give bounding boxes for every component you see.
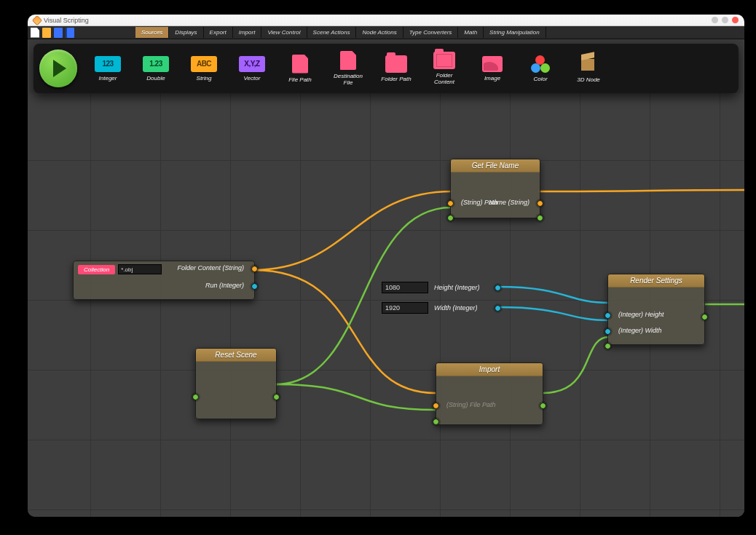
double-chip-icon: 1.23 bbox=[143, 56, 169, 72]
port-out-height[interactable] bbox=[495, 285, 501, 291]
node-header: Render Settings bbox=[608, 274, 704, 288]
save-as-icon[interactable] bbox=[66, 28, 74, 38]
wire-int-width bbox=[498, 307, 609, 320]
port-label: Folder Content (String) bbox=[177, 264, 244, 272]
wire-str-getfilename-out bbox=[539, 190, 744, 191]
open-file-icon[interactable] bbox=[42, 28, 51, 38]
tab-math[interactable]: Math bbox=[458, 27, 484, 38]
port-in-run[interactable] bbox=[433, 419, 439, 425]
palette-double[interactable]: 1.23 Double bbox=[138, 56, 173, 82]
tab-node-actions[interactable]: Node Actions bbox=[356, 27, 403, 38]
node-header: Reset Scene bbox=[196, 349, 276, 362]
run-button[interactable] bbox=[39, 49, 77, 87]
new-file-icon[interactable] bbox=[31, 28, 39, 38]
tab-type-converters[interactable]: Type Converters bbox=[403, 27, 459, 38]
width-input[interactable] bbox=[382, 302, 428, 314]
window-maximize[interactable] bbox=[722, 17, 728, 23]
port-in-height[interactable] bbox=[605, 312, 611, 319]
value-width[interactable]: Width (Integer) bbox=[382, 301, 498, 314]
titlebar: Visual Scripting bbox=[28, 15, 744, 26]
tab-scene-actions[interactable]: Scene Actions bbox=[307, 27, 357, 38]
port-label: (Integer) Height bbox=[618, 311, 664, 318]
port-out-width[interactable] bbox=[495, 305, 501, 312]
tab-displays[interactable]: Displays bbox=[169, 27, 203, 38]
category-tabs: Sources Displays Export Import View Cont… bbox=[135, 27, 546, 38]
palette-destination-file[interactable]: Destination File bbox=[331, 51, 366, 86]
palette-folder-content[interactable]: Folder Content bbox=[427, 52, 462, 85]
port-in-path[interactable] bbox=[447, 200, 454, 207]
width-label: Width (Integer) bbox=[434, 304, 477, 312]
image-icon bbox=[482, 56, 503, 72]
node-graph-canvas[interactable]: Collection Folder Content (String) Run (… bbox=[28, 93, 744, 517]
height-input[interactable] bbox=[382, 282, 428, 293]
port-out-run[interactable] bbox=[537, 215, 543, 221]
node-header: Get File Name bbox=[451, 159, 540, 173]
port-out-run[interactable] bbox=[251, 283, 258, 290]
vector-chip-icon: X,Y,Z bbox=[239, 56, 265, 72]
tab-import[interactable]: Import bbox=[233, 27, 262, 38]
toolbar-strip: Sources Displays Export Import View Cont… bbox=[28, 26, 744, 39]
window: Visual Scripting Sources Displays Export… bbox=[28, 15, 744, 517]
tab-string-manipulation[interactable]: String Manipulation bbox=[484, 27, 546, 38]
port-label: (String) File Path bbox=[446, 401, 496, 408]
tab-sources[interactable]: Sources bbox=[135, 27, 169, 38]
string-chip-icon: ABC bbox=[191, 56, 217, 72]
file-icon bbox=[292, 55, 308, 74]
port-label: (Integer) Width bbox=[618, 327, 661, 334]
height-label: Height (Integer) bbox=[434, 284, 480, 291]
port-label: Name (String) bbox=[489, 199, 529, 206]
node-header: Import bbox=[436, 363, 543, 376]
color-icon bbox=[531, 55, 550, 73]
palette-color[interactable]: Color bbox=[523, 55, 558, 82]
wire-run-import-render bbox=[543, 337, 609, 393]
palette-string[interactable]: ABC String bbox=[186, 56, 221, 82]
port-out-folder-content[interactable] bbox=[251, 266, 258, 272]
node-render-settings[interactable]: Render Settings (Integer) Height (Intege… bbox=[607, 274, 705, 345]
palette-file-path[interactable]: File Path bbox=[283, 55, 318, 83]
wire-run-reset-import bbox=[275, 384, 436, 410]
port-out-name[interactable] bbox=[537, 200, 543, 207]
node-get-file-name[interactable]: Get File Name (String) Path Name (String… bbox=[450, 159, 540, 218]
window-close[interactable] bbox=[732, 17, 739, 23]
collection-button[interactable]: Collection bbox=[78, 265, 115, 274]
port-out-run[interactable] bbox=[273, 394, 280, 400]
cube-icon bbox=[579, 55, 598, 74]
integer-chip-icon: 123 bbox=[95, 56, 121, 72]
window-controls bbox=[712, 17, 739, 23]
destination-file-icon bbox=[340, 51, 356, 70]
value-height[interactable]: Height (Integer) bbox=[382, 281, 498, 294]
port-in-file-path[interactable] bbox=[433, 403, 439, 409]
wire-int-height bbox=[498, 287, 609, 303]
window-minimize[interactable] bbox=[712, 17, 718, 23]
tab-export[interactable]: Export bbox=[204, 27, 233, 38]
node-collection[interactable]: Collection Folder Content (String) Run (… bbox=[73, 261, 255, 300]
wire-str-collection-getfilename bbox=[253, 191, 452, 270]
palette-vector[interactable]: X,Y,Z Vector bbox=[235, 56, 269, 82]
palette-image[interactable]: Image bbox=[475, 56, 510, 82]
port-label: Run (Integer) bbox=[205, 282, 244, 289]
palette-integer[interactable]: 123 Integer bbox=[90, 56, 125, 82]
port-in-run[interactable] bbox=[605, 343, 611, 349]
node-palette: 123 Integer 1.23 Double ABC String X,Y,Z… bbox=[34, 44, 739, 93]
port-in-run[interactable] bbox=[447, 215, 454, 221]
port-in-width[interactable] bbox=[605, 328, 611, 335]
palette-folder-path[interactable]: Folder Path bbox=[379, 55, 414, 82]
node-reset-scene[interactable]: Reset Scene bbox=[195, 348, 277, 419]
window-title: Visual Scripting bbox=[44, 17, 89, 24]
port-out-run[interactable] bbox=[701, 314, 708, 320]
app-icon bbox=[32, 15, 42, 25]
tab-view-control[interactable]: View Control bbox=[261, 27, 307, 38]
folder-content-icon bbox=[433, 52, 455, 69]
node-import[interactable]: Import (String) File Path bbox=[436, 362, 543, 425]
wire-run-reset-getfilename bbox=[275, 207, 452, 384]
folder-icon bbox=[385, 55, 407, 73]
palette-3d-node[interactable]: 3D Node bbox=[571, 55, 606, 83]
port-out-run[interactable] bbox=[540, 403, 546, 409]
collection-filter-input[interactable] bbox=[118, 264, 162, 274]
port-in-run[interactable] bbox=[192, 394, 199, 400]
save-file-icon[interactable] bbox=[54, 28, 63, 38]
